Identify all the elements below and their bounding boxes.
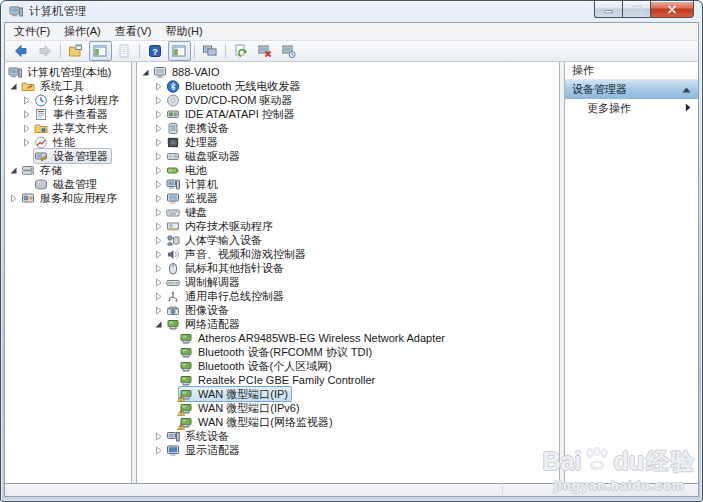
export-list-button[interactable]: [113, 41, 136, 61]
expand-arrow-icon[interactable]: [20, 122, 33, 135]
sidebar-item-device-manager[interactable]: 设备管理器: [5, 149, 131, 163]
device-item-wan-miniport-ip[interactable]: WAN 微型端口(IP): [137, 387, 559, 401]
expand-arrow-icon[interactable]: [152, 220, 165, 233]
sidebar-item-disk-management[interactable]: 磁盘管理: [5, 177, 131, 191]
device-item-memory-tech-driver[interactable]: 内存技术驱动程序: [137, 219, 559, 233]
device-item-system-devices[interactable]: 系统设备: [137, 429, 559, 443]
expand-arrow-icon[interactable]: [152, 80, 165, 93]
device-item-computer[interactable]: 计算机: [137, 177, 559, 191]
network-icon: [179, 374, 194, 387]
device-item-disk-drives[interactable]: 磁盘驱动器: [137, 149, 559, 163]
collapse-arrow-icon[interactable]: [152, 318, 165, 331]
tree-item-label: 系统设备: [184, 429, 229, 443]
device-item-network-adapters[interactable]: 网络适配器: [137, 317, 559, 331]
device-item-hid-devices[interactable]: 人体学输入设备: [137, 233, 559, 247]
more-actions-item[interactable]: 更多操作: [565, 99, 698, 117]
device-item-bluetooth-radios[interactable]: Bluetooth 无线电收发器: [137, 79, 559, 93]
sidebar-item-computer-management-local[interactable]: 计算机管理(本地): [5, 65, 131, 79]
expand-arrow-icon[interactable]: [20, 94, 33, 107]
show-console-tree-button[interactable]: [65, 41, 88, 61]
help-button[interactable]: ?: [144, 41, 167, 61]
expand-arrow-icon[interactable]: [152, 150, 165, 163]
expand-arrow-icon[interactable]: [152, 192, 165, 205]
device-item-keyboards[interactable]: 键盘: [137, 205, 559, 219]
scan-icon: [233, 43, 249, 59]
forward-button[interactable]: [34, 41, 57, 61]
device-item-display-adapters[interactable]: 显示适配器: [137, 443, 559, 457]
file-menu[interactable]: 文件(F): [7, 23, 57, 40]
collapse-arrow-icon[interactable]: [7, 164, 20, 177]
collapse-section-icon[interactable]: [682, 83, 691, 95]
device-item-sound-video-game[interactable]: 声音、视频和游戏控制器: [137, 247, 559, 261]
sidebar-item-task-scheduler[interactable]: 任务计划程序: [5, 93, 131, 107]
sidebar-item-shared-folders[interactable]: 共享文件夹: [5, 121, 131, 135]
collapse-arrow-icon[interactable]: [139, 66, 152, 79]
sidebar-item-services-applications[interactable]: 服务和应用程序: [5, 191, 131, 205]
disk-management-icon: [34, 178, 49, 191]
device-item-realtek-pcie-gbe[interactable]: Realtek PCIe GBE Family Controller: [137, 373, 559, 387]
back-icon: [13, 43, 29, 59]
disk-drive-icon: [166, 150, 181, 163]
uninstall-device-button[interactable]: [254, 41, 277, 61]
remote-computer-button[interactable]: [199, 41, 222, 61]
expand-arrow-icon[interactable]: [7, 192, 20, 205]
view-menu[interactable]: 查看(V): [108, 23, 159, 40]
device-item-modems[interactable]: 调制解调器: [137, 275, 559, 289]
action-menu[interactable]: 操作(A): [57, 23, 108, 40]
show-action-pane-toggle[interactable]: [168, 41, 191, 61]
tree-item-label: 计算机: [184, 177, 218, 191]
actions-section-device-manager[interactable]: 设备管理器: [565, 80, 698, 99]
expand-arrow-icon[interactable]: [152, 206, 165, 219]
device-item-wan-miniport-netmon[interactable]: WAN 微型端口(网络监视器): [137, 415, 559, 429]
sidebar-item-performance[interactable]: 性能: [5, 135, 131, 149]
expand-arrow-icon[interactable]: [152, 444, 165, 457]
device-item-dvd-cdrom-drives[interactable]: DVD/CD-ROM 驱动器: [137, 93, 559, 107]
expand-arrow-icon[interactable]: [152, 164, 165, 177]
device-item-batteries[interactable]: 电池: [137, 163, 559, 177]
display-icon: [166, 444, 181, 457]
device-item-portable-devices[interactable]: 便携设备: [137, 121, 559, 135]
device-item-bluetooth-rfcomm[interactable]: Bluetooth 设备(RFCOMM 协议 TDI): [137, 345, 559, 359]
close-button[interactable]: [650, 1, 694, 18]
minimize-button[interactable]: [594, 1, 622, 18]
scan-hardware-changes-button[interactable]: [230, 41, 253, 61]
tree-item-label: WAN 微型端口(网络监视器): [197, 415, 333, 429]
expand-arrow-icon[interactable]: [152, 430, 165, 443]
more-actions-label: 更多操作: [587, 101, 631, 116]
expand-arrow-icon[interactable]: [152, 122, 165, 135]
sidebar-item-event-viewer[interactable]: 事件查看器: [5, 107, 131, 121]
expand-arrow-icon[interactable]: [20, 136, 33, 149]
device-item-usb-controllers[interactable]: 通用串行总线控制器: [137, 289, 559, 303]
sidebar-item-system-tools[interactable]: 系统工具: [5, 79, 131, 93]
expand-arrow-icon[interactable]: [152, 248, 165, 261]
device-item-mice-pointing[interactable]: 鼠标和其他指针设备: [137, 261, 559, 275]
expand-arrow-icon[interactable]: [152, 108, 165, 121]
expand-arrow-icon[interactable]: [152, 178, 165, 191]
tree-item-label: 图像设备: [184, 303, 229, 317]
expand-arrow-icon[interactable]: [152, 234, 165, 247]
menu-bar: 文件(F)操作(A)查看(V)帮助(H): [4, 22, 699, 41]
expand-arrow-icon[interactable]: [152, 94, 165, 107]
expand-arrow-icon[interactable]: [152, 304, 165, 317]
maximize-button[interactable]: [622, 1, 650, 18]
tree-item-label: 鼠标和其他指针设备: [184, 261, 284, 275]
device-item-atheros-ar9485wb[interactable]: Atheros AR9485WB-EG Wireless Network Ada…: [137, 331, 559, 345]
update-driver-button[interactable]: [278, 41, 301, 61]
show-hide-tree-toggle[interactable]: [89, 41, 112, 61]
device-item-bluetooth-pan[interactable]: Bluetooth 设备(个人区域网): [137, 359, 559, 373]
device-item-imaging-devices[interactable]: 图像设备: [137, 303, 559, 317]
expand-arrow-icon[interactable]: [152, 262, 165, 275]
expand-arrow-icon[interactable]: [152, 290, 165, 303]
back-button[interactable]: [10, 41, 33, 61]
device-item-processors[interactable]: 处理器: [137, 135, 559, 149]
sidebar-item-storage[interactable]: 存储: [5, 163, 131, 177]
collapse-arrow-icon[interactable]: [7, 80, 20, 93]
device-item-wan-miniport-ipv6[interactable]: WAN 微型端口(IPv6): [137, 401, 559, 415]
device-item-vaio-root[interactable]: 888-VAIO: [137, 65, 559, 79]
device-item-monitors[interactable]: 监视器: [137, 191, 559, 205]
expand-arrow-icon[interactable]: [20, 108, 33, 121]
help-menu[interactable]: 帮助(H): [158, 23, 209, 40]
expand-arrow-icon[interactable]: [152, 276, 165, 289]
device-item-ide-ata-atapi[interactable]: IDE ATA/ATAPI 控制器: [137, 107, 559, 121]
expand-arrow-icon[interactable]: [152, 136, 165, 149]
